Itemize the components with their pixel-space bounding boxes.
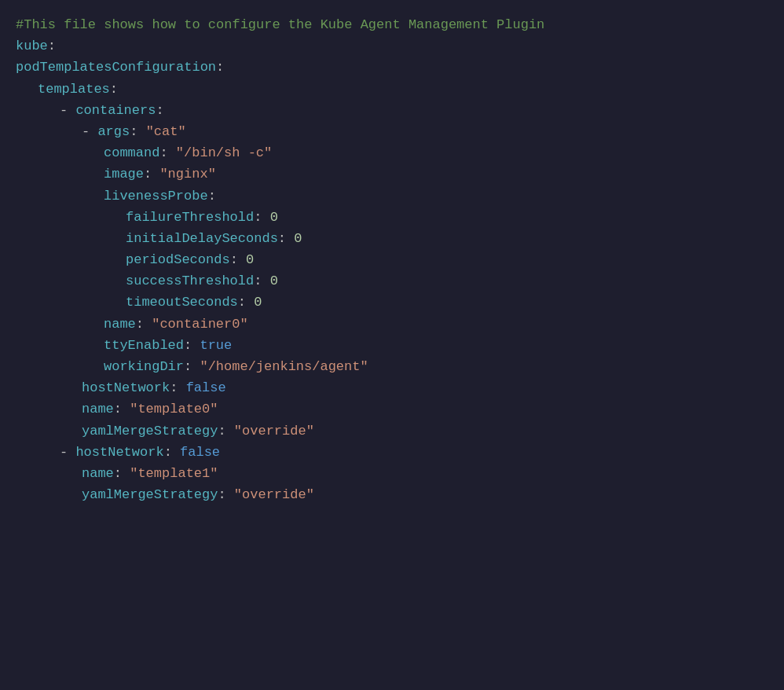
code-token-key: periodSeconds bbox=[126, 249, 230, 270]
code-line: yamlMergeStrategy: "override" bbox=[16, 420, 768, 442]
code-line: workingDir: "/home/jenkins/agent" bbox=[16, 356, 768, 377]
code-token-value-num: 0 bbox=[270, 207, 278, 228]
code-token-plain: : bbox=[208, 185, 216, 207]
code-token-plain: : bbox=[238, 292, 254, 313]
code-token-value-bool: false bbox=[180, 442, 220, 463]
code-token-value-str: "cat" bbox=[146, 121, 186, 142]
code-token-key: templates bbox=[38, 79, 110, 100]
code-token-value-str: "nginx" bbox=[159, 163, 215, 185]
code-token-plain: : bbox=[184, 335, 200, 356]
code-token-value-str: "override" bbox=[234, 484, 314, 505]
code-token-plain: : bbox=[278, 228, 294, 249]
code-token-plain: : bbox=[218, 484, 233, 505]
code-token-key: podTemplatesConfiguration bbox=[16, 57, 216, 78]
code-line: successThreshold: 0 bbox=[16, 270, 768, 292]
code-token-plain: : bbox=[216, 57, 224, 78]
code-token-key: workingDir bbox=[104, 356, 184, 377]
code-token-key: yamlMergeStrategy bbox=[82, 420, 218, 442]
code-token-key: yamlMergeStrategy bbox=[82, 484, 218, 505]
code-token-value-str: "/home/jenkins/agent" bbox=[200, 356, 368, 377]
code-token-value-str: "override" bbox=[234, 420, 314, 442]
code-token-value-bool: false bbox=[186, 377, 226, 398]
code-token-plain: : bbox=[114, 398, 130, 420]
code-token-key: name bbox=[82, 463, 114, 484]
code-token-plain: : bbox=[136, 314, 152, 335]
code-token-value-str: "template1" bbox=[130, 463, 218, 484]
code-token-key: livenessProbe bbox=[104, 185, 208, 207]
code-token-comment: #This file shows how to configure the Ku… bbox=[16, 14, 544, 35]
code-line: name: "container0" bbox=[16, 314, 768, 335]
code-token-key: successThreshold bbox=[126, 270, 254, 292]
code-token-plain: : bbox=[254, 207, 269, 228]
code-token-plain: : bbox=[164, 442, 180, 463]
code-token-plain: : bbox=[184, 356, 200, 377]
code-token-value-str: "template0" bbox=[130, 398, 218, 420]
code-token-plain: : bbox=[170, 377, 185, 398]
code-token-plain: : bbox=[48, 35, 56, 57]
code-line: name: "template1" bbox=[16, 463, 768, 484]
code-line: ttyEnabled: true bbox=[16, 335, 768, 356]
code-token-key: image bbox=[104, 163, 144, 185]
code-token-value-str: "/bin/sh -c" bbox=[176, 142, 272, 163]
code-line: - containers: bbox=[16, 100, 768, 121]
code-token-plain: : bbox=[110, 79, 118, 100]
code-line: livenessProbe: bbox=[16, 185, 768, 207]
code-token-plain: : bbox=[159, 142, 175, 163]
code-line: kube: bbox=[16, 35, 768, 57]
code-line: #This file shows how to configure the Ku… bbox=[16, 14, 768, 35]
code-token-plain: : bbox=[130, 121, 145, 142]
code-token-key: kube bbox=[16, 35, 48, 57]
code-line: yamlMergeStrategy: "override" bbox=[16, 484, 768, 505]
code-line: podTemplatesConfiguration: bbox=[16, 57, 768, 78]
code-token-key: args bbox=[97, 121, 130, 142]
code-token-value-str: "container0" bbox=[152, 314, 247, 335]
code-line: templates: bbox=[16, 79, 768, 100]
code-token-dash: - bbox=[60, 442, 75, 463]
code-token-key: name bbox=[104, 314, 136, 335]
code-line: - args: "cat" bbox=[16, 121, 768, 142]
code-token-dash: - bbox=[82, 121, 97, 142]
code-token-value-bool: true bbox=[200, 335, 232, 356]
code-line: failureThreshold: 0 bbox=[16, 207, 768, 228]
code-token-plain: : bbox=[156, 100, 163, 121]
code-token-key: timeoutSeconds bbox=[126, 292, 238, 313]
code-token-value-num: 0 bbox=[270, 270, 278, 292]
code-token-plain: : bbox=[144, 163, 159, 185]
code-token-plain: : bbox=[230, 249, 246, 270]
code-line: command: "/bin/sh -c" bbox=[16, 142, 768, 163]
code-line: name: "template0" bbox=[16, 398, 768, 420]
code-token-key: command bbox=[104, 142, 159, 163]
code-line: - hostNetwork: false bbox=[16, 442, 768, 463]
code-token-value-num: 0 bbox=[246, 249, 254, 270]
code-token-value-num: 0 bbox=[254, 292, 262, 313]
code-token-plain: : bbox=[114, 463, 130, 484]
code-token-key: hostNetwork bbox=[82, 377, 170, 398]
code-token-dash: - bbox=[60, 100, 75, 121]
code-token-key: ttyEnabled bbox=[104, 335, 184, 356]
code-token-key: containers bbox=[75, 100, 156, 121]
code-token-key: name bbox=[82, 398, 114, 420]
code-token-key: hostNetwork bbox=[75, 442, 163, 463]
code-token-plain: : bbox=[218, 420, 233, 442]
code-line: timeoutSeconds: 0 bbox=[16, 292, 768, 313]
code-line: hostNetwork: false bbox=[16, 377, 768, 398]
code-editor: #This file shows how to configure the Ku… bbox=[0, 0, 784, 690]
code-line: image: "nginx" bbox=[16, 163, 768, 185]
code-line: initialDelaySeconds: 0 bbox=[16, 228, 768, 249]
code-token-value-num: 0 bbox=[294, 228, 302, 249]
code-token-plain: : bbox=[254, 270, 269, 292]
code-line: periodSeconds: 0 bbox=[16, 249, 768, 270]
code-token-key: initialDelaySeconds bbox=[126, 228, 278, 249]
code-token-key: failureThreshold bbox=[126, 207, 254, 228]
